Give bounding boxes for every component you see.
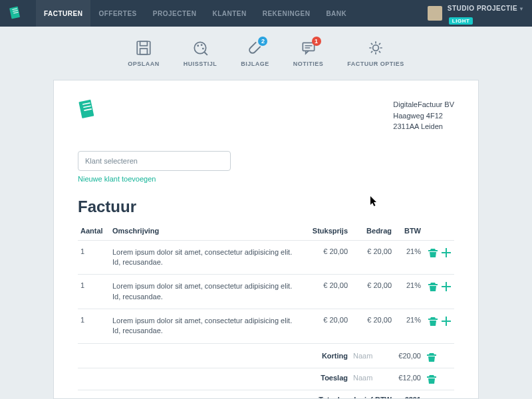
delete-surcharge-button[interactable]: [426, 374, 437, 384]
table-row: 1Lorem ipsum dolor sit amet, consectetur…: [78, 275, 454, 309]
svg-rect-15: [78, 100, 94, 118]
tool-palette[interactable]: HUISSTIJL: [184, 39, 217, 67]
nav-rekeningen[interactable]: REKENINGEN: [255, 0, 319, 27]
cell-unit[interactable]: € 20,00: [304, 240, 350, 275]
cell-desc[interactable]: Lorem ipsum dolor sit amet, consectetur …: [110, 275, 304, 309]
cell-unit[interactable]: € 20,00: [304, 309, 350, 344]
nav-bank[interactable]: BANK: [318, 0, 354, 27]
tool-save[interactable]: OPSLAAN: [128, 39, 160, 67]
tool-clip[interactable]: 2BIJLAGE: [241, 39, 269, 67]
invoice-table: Aantal Omschrijving Stuksprijs Bedrag BT…: [78, 223, 454, 400]
cell-qty[interactable]: 1: [78, 240, 110, 275]
client-select-input[interactable]: Klant selecteren: [78, 151, 231, 171]
svg-point-8: [197, 45, 199, 47]
chevron-down-icon: ▼: [519, 6, 524, 12]
discount-label: Korting: [304, 343, 350, 368]
svg-point-14: [373, 45, 379, 51]
surcharge-value: €12,00: [394, 368, 424, 390]
tool-gear[interactable]: FACTUUR OPTIES: [347, 39, 404, 67]
cell-vat[interactable]: 21%: [394, 240, 424, 275]
nav-projecten[interactable]: PROJECTEN: [145, 0, 205, 27]
invoice-sheet: DigitaleFactuur BV Haagweg 4F12 2311AA L…: [53, 80, 479, 399]
cell-amount: € 20,00: [350, 275, 394, 309]
user-menu[interactable]: STUDIO PROJECTIE▼ LIGHT: [428, 1, 524, 25]
nav-klanten[interactable]: KLANTEN: [204, 0, 254, 27]
discount-name[interactable]: Naam: [350, 343, 394, 368]
cell-vat[interactable]: 21%: [394, 275, 424, 309]
plan-badge: LIGHT: [449, 17, 473, 25]
invoice-title: Factuur: [78, 198, 454, 216]
cell-amount: € 20,00: [350, 309, 394, 344]
add-client-link[interactable]: Nieuwe klant toevoegen: [78, 175, 454, 183]
cell-unit[interactable]: € 20,00: [304, 275, 350, 309]
col-vat: BTW: [394, 223, 424, 241]
table-row: 1Lorem ipsum dolor sit amet, consectetur…: [78, 309, 454, 344]
col-qty: Aantal: [78, 223, 110, 241]
surcharge-name[interactable]: Naam: [350, 368, 394, 390]
save-icon: [135, 39, 152, 57]
user-name: STUDIO PROJECTIE: [448, 5, 517, 12]
cell-qty[interactable]: 1: [78, 309, 110, 344]
col-amount: Bedrag: [350, 223, 394, 241]
add-row-button[interactable]: [441, 281, 452, 292]
badge-icon: 2: [258, 37, 267, 46]
clip-icon: 2: [246, 39, 263, 57]
svg-point-7: [194, 42, 205, 53]
table-row: 1Lorem ipsum dolor sit amet, consectetur…: [78, 240, 454, 275]
delete-discount-button[interactable]: [426, 352, 437, 362]
gear-icon: [367, 39, 384, 57]
company-address: DigitaleFactuur BV Haagweg 4F12 2311AA L…: [393, 99, 454, 132]
surcharge-label: Toeslag: [304, 368, 350, 390]
avatar: [428, 6, 442, 21]
svg-rect-4: [137, 41, 150, 55]
svg-point-9: [201, 44, 203, 46]
palette-icon: [192, 39, 209, 57]
subtotal-label: Totaal exclusief BTW: [304, 390, 394, 399]
note-icon: 1: [300, 39, 317, 57]
cell-vat[interactable]: 21%: [394, 309, 424, 344]
col-desc: Omschrijving: [110, 223, 304, 241]
document-logo-icon: [78, 99, 96, 120]
tool-note[interactable]: 1NOTITIES: [293, 39, 324, 67]
discount-value: €20,00: [394, 343, 424, 368]
add-row-button[interactable]: [441, 247, 452, 258]
app-logo-icon: [8, 6, 23, 21]
nav-offertes[interactable]: OFFERTES: [90, 0, 144, 27]
delete-row-button[interactable]: [428, 316, 438, 327]
badge-icon: 1: [312, 37, 321, 46]
delete-row-button[interactable]: [428, 281, 438, 292]
svg-rect-5: [140, 41, 148, 46]
delete-row-button[interactable]: [428, 247, 438, 258]
subtotal-value: €391: [394, 390, 424, 399]
cell-amount: € 20,00: [350, 240, 394, 275]
cell-desc[interactable]: Lorem ipsum dolor sit amet, consectetur …: [110, 240, 304, 275]
svg-point-10: [202, 48, 204, 50]
action-toolbar: OPSLAANHUISSTIJL2BIJLAGE1NOTITIESFACTUUR…: [0, 27, 532, 80]
add-row-button[interactable]: [441, 316, 452, 327]
cell-qty[interactable]: 1: [78, 275, 110, 309]
top-navbar: FACTURENOFFERTESPROJECTENKLANTENREKENING…: [0, 0, 532, 27]
svg-rect-6: [140, 49, 148, 55]
col-unit: Stuksprijs: [304, 223, 350, 241]
nav-facturen[interactable]: FACTUREN: [36, 0, 90, 27]
cell-desc[interactable]: Lorem ipsum dolor sit amet, consectetur …: [110, 309, 304, 344]
